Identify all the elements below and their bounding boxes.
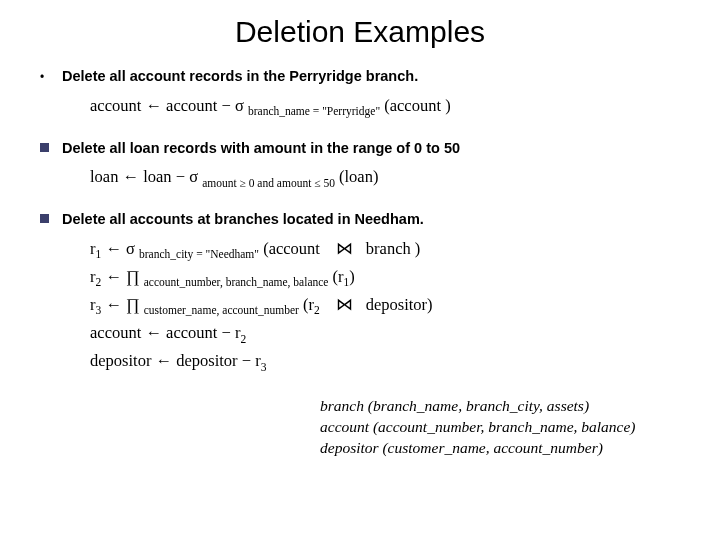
expression-line: r1 ← σ branch_city = "Needham" (account …: [90, 236, 680, 264]
bullet-square-icon: [40, 210, 62, 388]
item-description: Delete all loan records with amount in t…: [62, 139, 680, 159]
list-item: Delete all accounts at branches located …: [40, 210, 680, 388]
bullet-dot-icon: •: [40, 67, 62, 133]
expression-line: depositor ← depositor − r3: [90, 348, 680, 376]
schema-line: account (account_number, branch_name, ba…: [320, 417, 680, 438]
expression: loan ← loan − σ amount ≥ 0 and amount ≤ …: [62, 164, 680, 192]
bullet-square-icon: [40, 139, 62, 205]
expression: r1 ← σ branch_city = "Needham" (account …: [62, 236, 680, 377]
slide-content: • Delete all account records in the Perr…: [40, 67, 680, 459]
schema-line: depositor (customer_name, account_number…: [320, 438, 680, 459]
expression: account ← account − σ branch_name = "Per…: [62, 93, 680, 121]
item-body: Delete all account records in the Perryr…: [62, 67, 680, 133]
item-body: Delete all accounts at branches located …: [62, 210, 680, 388]
expression-line: r3 ← ∏ customer_name, account_number (r2…: [90, 292, 680, 348]
slide-title: Deletion Examples: [40, 15, 680, 49]
item-description: Delete all accounts at branches located …: [62, 210, 680, 230]
item-description: Delete all account records in the Perryr…: [62, 67, 680, 87]
item-body: Delete all loan records with amount in t…: [62, 139, 680, 205]
schema-definitions: branch (branch_name, branch_city, assets…: [320, 396, 680, 459]
schema-line: branch (branch_name, branch_city, assets…: [320, 396, 680, 417]
list-item: • Delete all account records in the Perr…: [40, 67, 680, 133]
slide: Deletion Examples • Delete all account r…: [0, 0, 720, 479]
expression-line: r2 ← ∏ account_number, branch_name, bala…: [90, 264, 680, 292]
list-item: Delete all loan records with amount in t…: [40, 139, 680, 205]
